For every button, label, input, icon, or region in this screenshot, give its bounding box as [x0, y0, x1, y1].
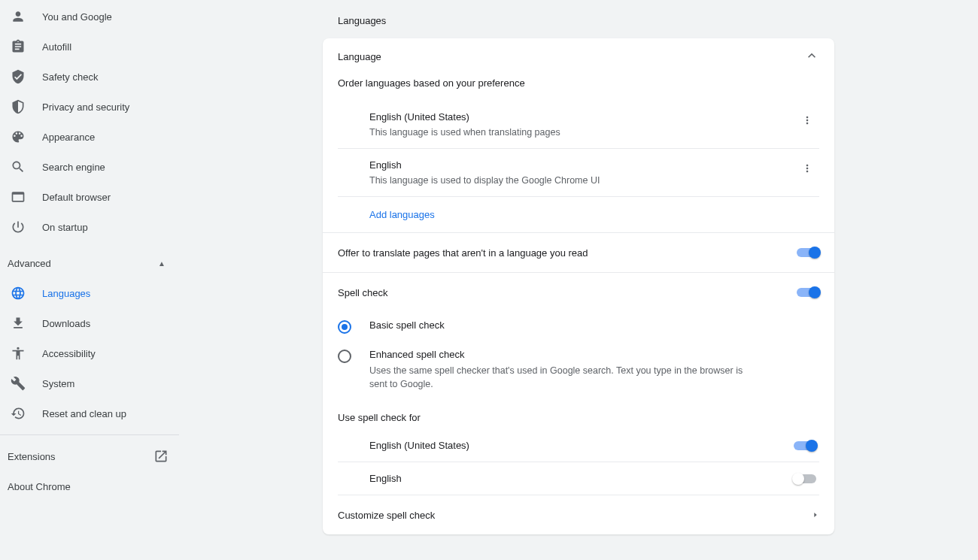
language-name: English [369, 159, 600, 171]
radio-label: Enhanced spell check [369, 349, 761, 360]
language-item: English This language is used to display… [338, 149, 819, 197]
language-desc: This language is used when translating p… [369, 127, 560, 138]
language-section-header[interactable]: Language [323, 38, 834, 74]
nav-label: Default browser [42, 192, 111, 203]
search-icon [11, 159, 26, 174]
main-content: Languages Language Order languages based… [179, 0, 978, 560]
radio-icon [338, 350, 351, 363]
open-in-new-icon [153, 449, 169, 464]
language-text: English This language is used to display… [369, 159, 600, 186]
window-icon [11, 189, 26, 204]
settings-card: Language Order languages based on your p… [323, 38, 834, 534]
language-desc: This language is used to display the Goo… [369, 175, 600, 186]
translate-toggle-row: Offer to translate pages that aren't in … [323, 233, 834, 272]
restore-icon [11, 406, 26, 421]
more-vert-icon[interactable] [798, 111, 816, 129]
nav-label: Downloads [42, 318, 90, 329]
sidebar-item-extensions[interactable]: Extensions [0, 441, 179, 471]
shield-icon [11, 99, 26, 114]
download-icon [11, 316, 26, 331]
spellcheck-toggle-row: Spell check [323, 273, 834, 312]
nav-label: On startup [42, 222, 88, 233]
nav-label: Safety check [42, 71, 98, 83]
sidebar-item-reset[interactable]: Reset and clean up [0, 398, 179, 428]
person-icon [11, 9, 26, 24]
extensions-label: Extensions [8, 451, 56, 462]
nav-label: Privacy and security [42, 101, 129, 113]
radio-desc: Uses the same spell checker that's used … [369, 365, 761, 391]
sidebar-item-default-browser[interactable]: Default browser [0, 182, 179, 212]
nav-label: Search engine [42, 162, 105, 173]
sidebar-item-privacy[interactable]: Privacy and security [0, 92, 179, 122]
sidebar-item-accessibility[interactable]: Accessibility [0, 338, 179, 368]
sidebar-item-languages[interactable]: Languages [0, 278, 179, 308]
language-text: English (United States) This language is… [369, 111, 560, 138]
chevron-right-icon [812, 510, 819, 521]
sidebar-item-on-startup[interactable]: On startup [0, 212, 179, 242]
spellcheck-lang-toggle[interactable] [794, 474, 816, 483]
wrench-icon [11, 376, 26, 391]
add-languages-link[interactable]: Add languages [338, 197, 819, 232]
radio-label: Basic spell check [369, 319, 445, 331]
sidebar-item-search-engine[interactable]: Search engine [0, 152, 179, 182]
sidebar-item-about[interactable]: About Chrome [0, 471, 179, 501]
translate-label: Offer to translate pages that aren't in … [338, 247, 588, 259]
sidebar-item-you-and-google[interactable]: You and Google [0, 2, 179, 32]
spellcheck-lang-toggle[interactable] [794, 441, 816, 450]
spellcheck-lang-name: English [369, 473, 402, 484]
shield-check-icon [11, 69, 26, 84]
translate-toggle[interactable] [797, 248, 819, 257]
nav-label: Appearance [42, 132, 95, 143]
advanced-toggle[interactable]: Advanced ▲ [0, 248, 179, 278]
nav-label: System [42, 378, 74, 389]
spellcheck-lang-row: English (United States) [338, 429, 819, 462]
language-item: English (United States) This language is… [338, 101, 819, 149]
nav-label: Autofill [42, 41, 71, 53]
section-title: Language [338, 51, 381, 62]
palette-icon [11, 129, 26, 144]
enhanced-spellcheck-radio-row[interactable]: Enhanced spell check Uses the same spell… [323, 341, 834, 398]
chevron-up-icon: ▲ [158, 259, 166, 268]
sidebar-item-safety-check[interactable]: Safety check [0, 62, 179, 92]
sidebar-item-system[interactable]: System [0, 368, 179, 398]
divider [0, 434, 179, 435]
language-name: English (United States) [369, 111, 560, 123]
spellcheck-lang-name: English (United States) [369, 440, 469, 451]
accessibility-icon [11, 346, 26, 361]
nav-label: Reset and clean up [42, 408, 126, 419]
chevron-up-icon [804, 48, 819, 65]
basic-spellcheck-radio-row[interactable]: Basic spell check [323, 312, 834, 341]
spellcheck-lang-row: English [338, 462, 819, 495]
nav-label: Accessibility [42, 348, 96, 359]
page-title: Languages [323, 15, 834, 26]
order-text: Order languages based on your preference [323, 74, 834, 101]
power-icon [11, 219, 26, 235]
advanced-label: Advanced [8, 258, 51, 269]
radio-icon [338, 320, 351, 334]
use-spellcheck-for-header: Use spell check for [323, 398, 834, 429]
clipboard-icon [11, 39, 26, 54]
customize-label: Customize spell check [338, 510, 435, 521]
about-label: About Chrome [8, 481, 71, 492]
sidebar-item-autofill[interactable]: Autofill [0, 32, 179, 62]
more-vert-icon[interactable] [798, 159, 816, 177]
sidebar-item-appearance[interactable]: Appearance [0, 122, 179, 152]
customize-spellcheck-row[interactable]: Customize spell check [323, 495, 834, 534]
nav-label: Languages [42, 288, 90, 299]
spellcheck-toggle[interactable] [797, 288, 819, 297]
sidebar: You and Google Autofill Safety check Pri… [0, 0, 179, 560]
nav-label: You and Google [42, 11, 112, 23]
spellcheck-label: Spell check [338, 287, 387, 298]
sidebar-item-downloads[interactable]: Downloads [0, 308, 179, 338]
globe-icon [11, 286, 26, 301]
